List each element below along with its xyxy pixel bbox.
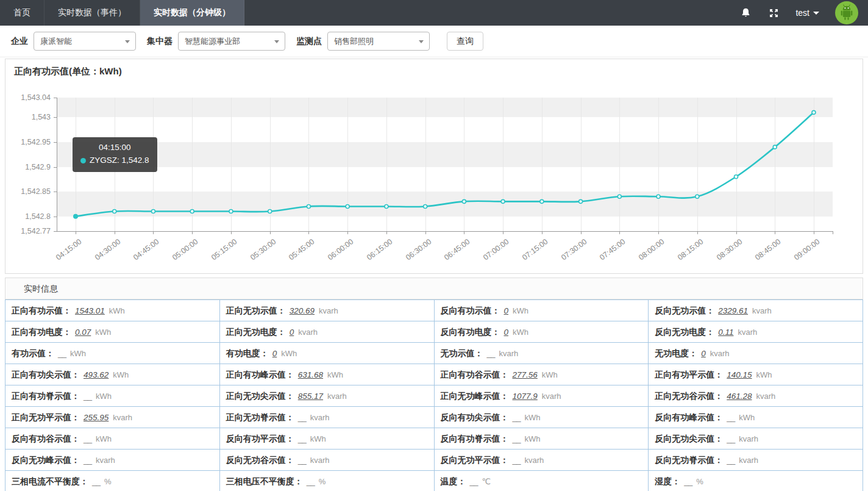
x-axis-label: 07:30:00 [560,237,588,262]
info-cell: 正向有功峰示值：631.68kWh [220,364,435,385]
info-cell: 反向有功峰示值：__kWh [649,407,863,428]
info-label: 反向有功谷示值： [12,434,80,443]
info-value[interactable]: 0 [272,349,277,358]
info-unit: % [319,477,326,486]
info-value[interactable]: 461.28 [727,392,752,401]
fullscreen-expand-icon[interactable] [767,7,780,19]
filter-dropdown[interactable]: 销售部照明 [327,32,430,51]
info-label: 三相电流不平衡度： [12,476,88,486]
y-axis-label: 1,542.8 [3,212,51,221]
info-value[interactable]: 0 [504,306,509,315]
info-label: 反向有功峰示值： [655,412,723,422]
line-chart[interactable]: 04:15:0004:30:0004:45:0005:00:0005:15:00… [57,98,833,231]
user-menu[interactable]: test [795,8,819,18]
info-value: __ [470,477,478,486]
nav-tab[interactable]: 实时数据（分钟级） [140,0,244,26]
info-value: __ [513,456,521,465]
info-label: 正向无功平示值： [12,412,80,422]
info-label: 反向无功尖示值： [655,434,723,443]
chevron-down-icon [274,40,279,43]
info-value[interactable]: 631.68 [298,370,323,379]
filter-dropdown[interactable]: 康派智能 [34,32,136,51]
info-label: 正向无功谷示值： [655,391,723,401]
avatar[interactable] [835,1,858,24]
query-button[interactable]: 查询 [447,32,483,51]
x-axis-label: 08:00:00 [637,237,666,262]
x-axis-label: 05:00:00 [171,237,199,262]
info-cell: 无功示值：__kvarh [435,343,649,364]
info-unit: kvarh [499,349,519,358]
info-value[interactable]: 2329.61 [718,306,748,315]
nav-tab[interactable]: 实时数据（事件） [44,0,140,26]
dropdown-value: 智慧能源事业部 [185,36,240,47]
chart-title: 正向有功示值(单位：kWh) [5,59,863,77]
notification-bell-icon[interactable] [739,7,752,19]
info-value[interactable]: 0 [701,349,706,358]
info-value[interactable]: 320.69 [290,306,315,315]
info-unit: kvarh [298,328,318,337]
nav-tab[interactable]: 首页 [0,0,44,26]
chevron-down-icon [813,12,819,15]
info-label: 正向无功示值： [226,306,286,315]
info-value[interactable]: 140.15 [727,370,752,379]
info-value[interactable]: 1077.9 [513,392,538,401]
info-cell: 湿度：__% [649,471,863,491]
filter-label: 企业 [11,36,28,47]
info-value[interactable]: 277.56 [513,370,538,379]
x-axis-label: 06:15:00 [365,237,394,262]
info-label: 有功电度： [226,348,269,358]
info-cell: 反向无功峰示值：__kvarh [5,450,220,471]
info-label: 正向有功电度： [12,327,71,337]
info-unit: kvarh [96,456,115,465]
x-axis-label: 04:45:00 [132,237,161,262]
info-cell: 无功电度：0kvarh [649,343,863,364]
info-unit: kWh [96,392,112,401]
navbar-right: test [739,0,868,26]
info-value: __ [298,434,306,443]
info-cell: 正向有功谷示值：277.56kWh [435,364,649,385]
dropdown-value: 销售部照明 [334,36,374,47]
info-unit: kWh [95,328,111,337]
info-cell: 反向有功电度：0kWh [435,321,649,343]
info-unit: kWh [310,434,326,443]
info-label: 正向无功峰示值： [441,391,509,401]
y-axis-label: 1,543 [3,113,51,121]
x-axis-label: 05:45:00 [288,237,316,262]
info-label: 湿度： [655,476,680,486]
info-label: 反向无功脊示值： [655,455,723,465]
info-cell: 反向无功电度：0.11kvarh [649,321,863,343]
info-label: 温度： [441,476,466,486]
info-value: __ [298,413,306,422]
info-unit: kvarh [310,456,330,465]
x-axis-line [57,231,833,232]
info-cell: 反向有功谷示值：__kWh [5,428,220,450]
x-axis-label: 06:30:00 [404,237,433,262]
info-unit: kvarh [327,392,347,401]
info-unit: kWh [525,413,541,422]
info-cell: 反向有功平示值：__kWh [220,428,435,450]
info-value[interactable]: 0.07 [75,328,91,337]
filter-dropdown[interactable]: 智慧能源事业部 [178,32,285,51]
info-unit: % [696,477,703,486]
info-value: __ [487,349,495,358]
info-section-header: 实时信息 [5,278,863,299]
info-cell: 正向有功脊示值：__kWh [5,385,220,407]
x-axis-label: 07:00:00 [482,237,510,262]
info-value[interactable]: 0 [504,328,509,337]
info-value: __ [298,456,306,465]
info-value[interactable]: 855.17 [298,392,323,401]
info-value[interactable]: 493.62 [84,370,108,379]
info-label: 正向无功尖示值： [226,391,294,401]
info-cell: 反向有功尖示值：__kWh [435,407,649,428]
info-unit: ℃ [482,477,491,486]
info-value[interactable]: 0 [290,328,294,337]
info-value[interactable]: 0.11 [718,328,733,337]
info-label: 反向有功平示值： [226,434,294,443]
info-value: __ [684,477,692,486]
info-value[interactable]: 255.95 [84,413,108,422]
info-value[interactable]: 1543.01 [75,306,105,315]
info-label: 反向有功尖示值： [441,412,509,422]
x-axis-label: 06:00:00 [326,237,355,262]
info-label: 正向有功示值： [12,306,71,315]
filter-label: 集中器 [147,36,173,47]
